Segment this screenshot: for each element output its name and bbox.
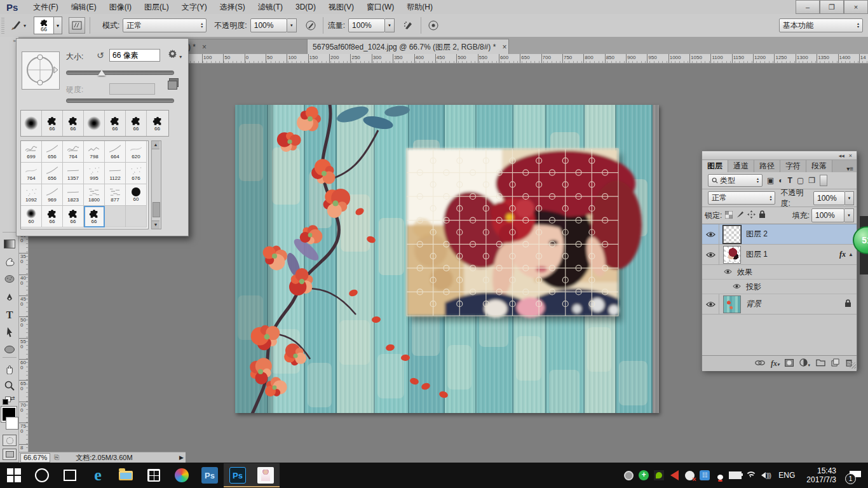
scroll-down-icon[interactable]: ▼	[152, 220, 159, 229]
reset-size-icon[interactable]: ↺	[97, 50, 104, 60]
toggle-brush-panel-button[interactable]	[69, 17, 85, 34]
menu-item-2[interactable]: 编辑(E)	[65, 0, 103, 14]
swap-colors-icon[interactable]: ⇄	[10, 395, 15, 402]
effects-label[interactable]: 效果	[737, 267, 752, 278]
filter-pixel-layers-icon[interactable]: ▣	[767, 176, 774, 185]
brush-preset-664[interactable]: 664	[105, 141, 126, 163]
gear-icon[interactable]: ▾	[168, 49, 182, 60]
tray-battery-icon[interactable]	[728, 463, 743, 488]
scrollbar-thumb[interactable]	[153, 202, 160, 217]
new-layer-icon[interactable]	[831, 358, 839, 369]
notification-center-button[interactable]: 1	[843, 463, 868, 488]
brush-preset-1357[interactable]: 1357	[63, 163, 84, 184]
brush-preset-60[interactable]: 60	[21, 206, 42, 227]
brush-preset-699[interactable]: 699	[21, 141, 42, 163]
recent-brush-6[interactable]: 66	[126, 111, 147, 136]
brush-preset-1092[interactable]: 1092	[21, 184, 42, 206]
layer-name[interactable]: 背景	[746, 299, 761, 309]
tray-volume-icon[interactable]: )))	[758, 463, 773, 488]
pressure-size-button[interactable]	[426, 18, 441, 33]
fx-collapse-icon[interactable]: ▲	[848, 252, 853, 257]
menu-item-7[interactable]: 滤镜(T)	[252, 0, 289, 14]
drop-shadow-row[interactable]: 投影	[702, 280, 857, 294]
panel-menu-icon[interactable]: ▾≡	[846, 165, 853, 172]
pressure-opacity-button[interactable]	[303, 18, 318, 33]
zoom-level-field[interactable]: 66.67%	[20, 453, 50, 463]
smudge-tool[interactable]	[2, 254, 17, 269]
pen-tool[interactable]	[2, 290, 17, 306]
layer-style-icon[interactable]: fx▾	[771, 359, 780, 369]
flow-select[interactable]: 100%	[348, 18, 385, 32]
layer-fx-badge[interactable]: fx	[839, 250, 846, 259]
brush-preset-969[interactable]: 969	[42, 184, 63, 206]
visibility-eye-icon[interactable]	[733, 282, 741, 291]
recent-brush-2[interactable]: 66	[42, 111, 63, 136]
brush-preset-877[interactable]: 877	[105, 184, 126, 206]
taskbar-start[interactable]	[0, 463, 28, 487]
brush-preset-1122[interactable]: 1122	[105, 163, 126, 184]
brush-picker-caret[interactable]: ▾	[54, 17, 62, 34]
scroll-up-icon[interactable]: ▲	[152, 141, 159, 149]
brush-preset-656[interactable]: 656	[42, 141, 63, 163]
layer-opacity-select[interactable]: 100%	[813, 191, 845, 205]
document-tab-2[interactable]: 56795af60f8ed_1024.jpg @ 66.7% (图层 2, RG…	[307, 39, 509, 55]
zoom-tool[interactable]	[2, 378, 17, 393]
minimize-button[interactable]: –	[796, 0, 820, 14]
new-brush-icon[interactable]	[169, 78, 179, 87]
adjustment-layer-icon[interactable]: ▾	[799, 358, 810, 369]
taskbar-file-explorer[interactable]	[112, 463, 140, 487]
close-panel-icon[interactable]: ×	[849, 152, 852, 159]
visibility-eye-icon[interactable]	[702, 224, 719, 244]
filter-adjustment-layers-icon[interactable]: ◐	[778, 176, 783, 185]
status-export-icon[interactable]: ⎘	[54, 454, 59, 461]
menu-item-1[interactable]: 文件(F)	[27, 0, 64, 14]
recent-brush-7[interactable]: 66	[147, 111, 168, 136]
layer-row-background[interactable]: 背景	[702, 294, 857, 315]
filter-toggle-switch[interactable]	[820, 175, 827, 186]
tray-blue-app-icon[interactable]: ☷	[697, 463, 712, 488]
menu-item-11[interactable]: 帮助(H)	[400, 0, 439, 14]
brush-preset-picker[interactable]: 66 ▾	[34, 17, 62, 34]
flow-caret[interactable]: ▾	[385, 18, 395, 32]
taskbar-task-view[interactable]	[56, 463, 84, 487]
brush-preset-798[interactable]: 798	[84, 141, 105, 163]
gradient-tool[interactable]	[2, 236, 17, 252]
brush-preset-656[interactable]: 656	[42, 163, 63, 184]
brush-tool-indicator[interactable]: ▾	[10, 19, 26, 32]
size-slider[interactable]	[66, 71, 174, 75]
filter-smart-objects-icon[interactable]: ❐	[808, 176, 815, 185]
brush-preset-1823[interactable]: 1823	[63, 184, 84, 206]
type-tool[interactable]: T	[2, 308, 17, 323]
tray-sync-error-icon[interactable]	[682, 463, 697, 488]
panel-tab-字符[interactable]: 字符	[780, 160, 806, 172]
link-layers-icon[interactable]	[755, 359, 765, 368]
panel-tab-路径[interactable]: 路径	[754, 160, 780, 172]
panel-tab-图层[interactable]: 图层	[702, 160, 728, 172]
workspace-select[interactable]: 基本功能 ▴▾	[779, 18, 863, 32]
layer-row-layer1[interactable]: 图层 1 fx ▲	[702, 245, 857, 265]
quick-mask-button[interactable]	[3, 435, 17, 446]
brush-angle-control[interactable]	[22, 51, 60, 90]
menu-item-4[interactable]: 图层(L)	[138, 0, 175, 14]
layer-thumbnail[interactable]	[723, 246, 741, 264]
fill-caret[interactable]: ▾	[844, 208, 854, 222]
path-select-tool[interactable]	[2, 325, 17, 340]
layer-name[interactable]: 图层 1	[746, 249, 768, 260]
visibility-eye-icon[interactable]	[724, 268, 732, 276]
blend-mode-select[interactable]: 正常 ▴▾	[123, 18, 207, 32]
tray-tray-overflow-icon[interactable]	[621, 463, 636, 488]
hand-tool[interactable]	[2, 361, 17, 376]
brush-preset-66[interactable]: 66	[42, 206, 63, 227]
clock[interactable]: 15:43 2017/7/3	[800, 466, 843, 484]
taskbar-image-viewer[interactable]	[252, 463, 280, 487]
new-group-icon[interactable]	[816, 359, 825, 369]
menu-item-5[interactable]: 文字(Y)	[175, 0, 214, 14]
tray-nvidia-icon[interactable]	[651, 463, 667, 488]
panel-tab-通道[interactable]: 通道	[728, 160, 754, 172]
recent-brush-1[interactable]	[21, 111, 42, 136]
layer-thumbnail[interactable]	[723, 226, 741, 243]
brush-preset-620[interactable]: 620	[126, 141, 147, 163]
menu-item-10[interactable]: 窗口(W)	[360, 0, 400, 14]
recent-brush-3[interactable]: 66	[63, 111, 84, 136]
tray-wifi-icon[interactable]	[743, 463, 758, 488]
